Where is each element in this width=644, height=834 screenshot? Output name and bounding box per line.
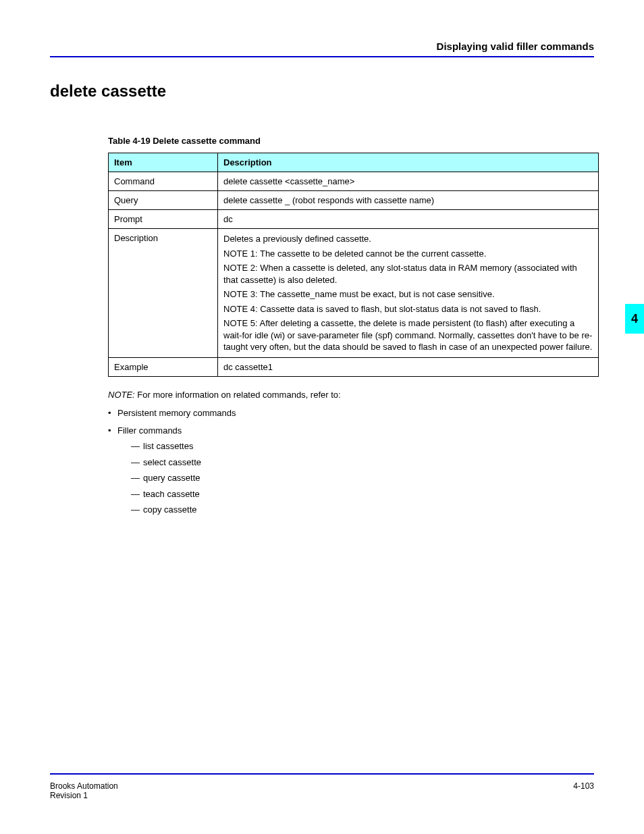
desc-line: NOTE 3: The cassette_name must be exact,… [223, 288, 593, 301]
cell-item: Prompt [109, 210, 218, 229]
cell-item: Command [109, 172, 218, 191]
section-heading: delete cassette [50, 82, 594, 101]
related-list: •Persistent memory commands •Filler comm… [108, 407, 598, 517]
header-rule [50, 56, 594, 57]
chapter-tab: 4 [625, 304, 644, 334]
list-item-text: Persistent memory commands [117, 408, 236, 418]
bullet-icon: • [108, 424, 117, 438]
sub-list-text: select cassette [143, 457, 201, 467]
dash-icon: — [131, 503, 143, 517]
list-item: •Persistent memory commands [108, 407, 598, 420]
page-footer: Brooks Automation 4-103 Revision 1 [50, 773, 594, 800]
cell-item: Example [109, 357, 218, 376]
dash-icon: — [131, 488, 143, 501]
table-caption: Table 4-19 Delete cassette command [108, 136, 594, 146]
bullet-icon: • [108, 407, 117, 420]
dash-icon: — [131, 471, 143, 485]
table-row: Query delete cassette _ (robot responds … [109, 191, 599, 210]
cell-desc: Deletes a previously defined cassette. N… [218, 229, 599, 358]
desc-line: Deletes a previously defined cassette. [223, 233, 593, 245]
cell-desc: delete cassette <cassette_name> [218, 172, 599, 191]
footer-rule [50, 773, 594, 775]
note-text: For more information on related commands… [137, 390, 340, 400]
footer-mid: Revision 1 [50, 791, 88, 800]
desc-line: NOTE 5: After deleting a cassette, the d… [223, 317, 593, 353]
footer-right: 4-103 [573, 781, 594, 791]
table-row: Command delete cassette <cassette_name> [109, 172, 599, 191]
sub-list-item: —copy cassette [131, 503, 598, 517]
sub-list-item: —list cassettes [131, 440, 598, 453]
cell-item: Query [109, 191, 218, 210]
cell-item: Description [109, 229, 218, 358]
sub-list-text: query cassette [143, 473, 200, 483]
table-header-desc: Description [218, 153, 599, 172]
cell-desc: dc cassette1 [218, 357, 599, 376]
footer-left: Brooks Automation [50, 781, 118, 791]
table-row: Example dc cassette1 [109, 357, 599, 376]
sub-list-text: copy cassette [143, 504, 197, 515]
sub-list-item: —teach cassette [131, 488, 598, 501]
table-header-row: Item Description [109, 153, 599, 172]
sub-list-text: teach cassette [143, 489, 200, 499]
dash-icon: — [131, 456, 143, 469]
dash-icon: — [131, 440, 143, 453]
desc-line: NOTE 4: Cassette data is saved to flash,… [223, 303, 593, 315]
related-note: NOTE: For more information on related co… [108, 389, 598, 401]
cell-desc: delete cassette _ (robot responds with c… [218, 191, 599, 210]
table-row: Prompt dc [109, 210, 599, 229]
command-table: Item Description Command delete cassette… [108, 153, 599, 377]
list-item: •Filler commands —list cassettes —select… [108, 424, 598, 517]
sub-list-text: list cassettes [143, 441, 193, 451]
table-header-item: Item [109, 153, 218, 172]
page-header-title: Displaying valid filler commands [50, 41, 594, 52]
sub-list-item: —query cassette [131, 471, 598, 485]
table-row: Description Deletes a previously defined… [109, 229, 599, 358]
desc-line: NOTE 2: When a cassette is deleted, any … [223, 262, 593, 286]
note-label: NOTE: [108, 390, 135, 400]
list-item-text: Filler commands [117, 425, 182, 436]
desc-line: NOTE 1: The cassette to be deleted canno… [223, 248, 593, 260]
cell-desc: dc [218, 210, 599, 229]
sub-list-item: —select cassette [131, 456, 598, 469]
